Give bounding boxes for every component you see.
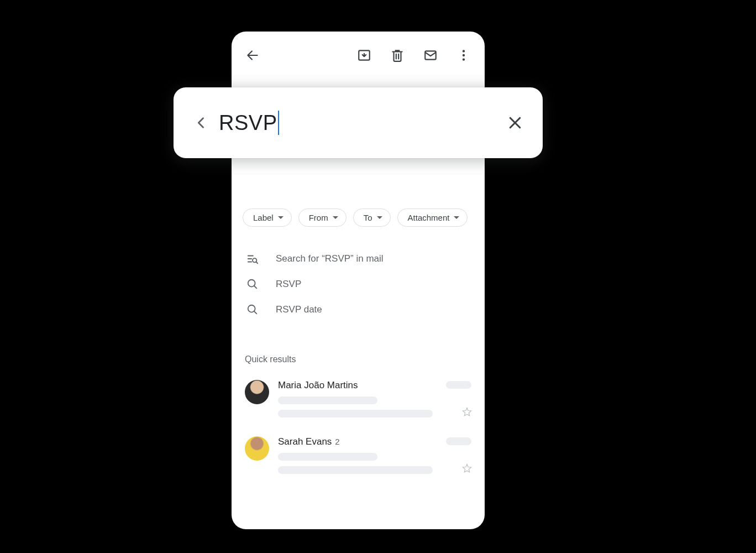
- chevron-down-icon: [278, 216, 284, 219]
- svg-point-2: [463, 50, 465, 52]
- thread-count: 2: [335, 437, 339, 446]
- search-back-button[interactable]: [189, 111, 213, 135]
- avatar: [245, 380, 269, 404]
- suggestion-text: RSVP: [276, 279, 301, 290]
- back-button[interactable]: [242, 44, 264, 66]
- archive-button[interactable]: [353, 44, 375, 66]
- chevron-down-icon: [454, 216, 459, 219]
- filter-chips-row: Label From To Attachment: [232, 208, 485, 227]
- chevron-left-icon: [193, 115, 209, 131]
- clear-search-button[interactable]: [503, 111, 527, 135]
- sender-name: Maria João Martins: [278, 380, 358, 391]
- mark-unread-button[interactable]: [419, 44, 442, 66]
- trash-icon: [390, 48, 405, 62]
- star-outline-icon: [461, 463, 473, 474]
- snippet-placeholder: [278, 466, 433, 474]
- star-button[interactable]: [461, 406, 473, 420]
- suggestion-text: Search for “RSVP” in mail: [276, 253, 384, 264]
- archive-icon: [357, 48, 371, 62]
- date-placeholder: [446, 381, 471, 389]
- avatar: [245, 436, 269, 461]
- list-search-icon: [245, 253, 260, 265]
- more-button[interactable]: [453, 44, 475, 66]
- subject-placeholder: [278, 397, 377, 404]
- result-item[interactable]: Maria João Martins: [232, 373, 485, 420]
- search-suggestions: Search for “RSVP” in mail RSVP RSVP date: [232, 246, 485, 322]
- more-vert-icon: [456, 48, 471, 62]
- result-sender: Sarah Evans 2: [278, 436, 471, 447]
- suggestion-search-in-mail[interactable]: Search for “RSVP” in mail: [232, 246, 485, 272]
- snippet-placeholder: [278, 410, 433, 418]
- svg-point-4: [463, 58, 465, 60]
- subject-placeholder: [278, 453, 377, 461]
- svg-point-3: [463, 54, 465, 56]
- chip-from[interactable]: From: [298, 208, 347, 227]
- chip-text: Label: [253, 213, 274, 222]
- chip-attachment[interactable]: Attachment: [397, 208, 468, 227]
- search-bar-overlay: RSVP: [174, 87, 543, 158]
- arrow-left-icon: [245, 48, 260, 62]
- message-toolbar: [232, 32, 485, 79]
- chip-text: Attachment: [408, 213, 450, 222]
- search-icon: [245, 278, 260, 290]
- search-input[interactable]: RSVP: [219, 111, 503, 135]
- quick-results-list: Maria João Martins Sarah Evans 2: [232, 373, 485, 476]
- search-query-text: RSVP: [219, 111, 277, 135]
- chevron-down-icon: [377, 216, 382, 219]
- chip-text: To: [364, 213, 372, 222]
- chip-text: From: [309, 213, 328, 222]
- chip-label[interactable]: Label: [243, 208, 292, 227]
- text-cursor: [278, 111, 279, 135]
- star-outline-icon: [461, 406, 473, 418]
- suggestion-item[interactable]: RSVP: [232, 272, 485, 297]
- sender-name: Sarah Evans: [278, 436, 332, 447]
- result-sender: Maria João Martins: [278, 380, 471, 391]
- chip-to[interactable]: To: [353, 208, 391, 227]
- quick-results-header: Quick results: [245, 354, 296, 364]
- star-button[interactable]: [461, 463, 473, 476]
- mail-icon: [423, 48, 438, 62]
- suggestion-item[interactable]: RSVP date: [232, 297, 485, 322]
- suggestion-text: RSVP date: [276, 304, 322, 315]
- delete-button[interactable]: [386, 44, 408, 66]
- result-item[interactable]: Sarah Evans 2: [232, 430, 485, 476]
- close-icon: [507, 114, 523, 131]
- search-icon: [245, 304, 260, 316]
- chevron-down-icon: [333, 216, 338, 219]
- date-placeholder: [446, 437, 471, 445]
